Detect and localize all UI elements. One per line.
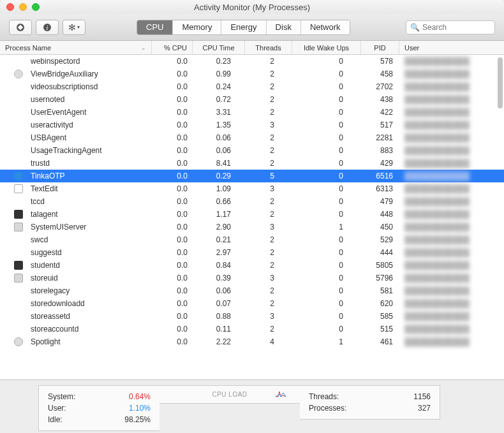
- cpu-time: 0.11: [193, 325, 245, 334]
- search-icon: 🔍: [410, 23, 420, 32]
- pid: 458: [361, 70, 399, 78]
- cpu-pct: 0.0: [152, 261, 193, 270]
- user: ████████████: [399, 133, 504, 142]
- cpu-time: 0.66: [193, 197, 245, 206]
- user: ████████████: [399, 159, 504, 168]
- tab-energy[interactable]: Energy: [221, 20, 265, 34]
- table-row[interactable]: ViewBridgeAuxiliary0.00.9920458█████████…: [0, 68, 504, 80]
- threads: 3: [245, 121, 292, 129]
- tab-memory[interactable]: Memory: [172, 20, 221, 34]
- process-name: SystemUIServer: [26, 223, 152, 231]
- idle-wakeups: 0: [292, 172, 361, 180]
- pid: 620: [361, 299, 399, 308]
- user: ████████████: [399, 261, 504, 270]
- table-row[interactable]: tccd0.00.6620479████████████: [0, 195, 504, 208]
- threads: 2: [245, 299, 292, 308]
- search-field[interactable]: 🔍: [406, 20, 495, 34]
- pid: 2702: [361, 82, 399, 91]
- table-row[interactable]: storelegacy0.00.0620581████████████: [0, 284, 504, 297]
- tab-network[interactable]: Network: [300, 20, 350, 34]
- idle-wakeups: 0: [292, 108, 361, 117]
- chevron-down-icon: ⌄: [141, 45, 146, 51]
- process-name: tccd: [26, 197, 152, 206]
- table-row[interactable]: talagent0.01.1720448████████████: [0, 208, 504, 221]
- table-row[interactable]: usernoted0.00.7220438████████████: [0, 93, 504, 106]
- user: ████████████: [399, 57, 504, 66]
- cpu-time: 2.22: [193, 337, 245, 346]
- table-row[interactable]: Spotlight0.02.2241461████████████: [0, 335, 504, 348]
- table-row[interactable]: swcd0.00.2120529████████████: [0, 233, 504, 246]
- process-icon: [0, 337, 26, 346]
- scroll-thumb[interactable]: [498, 57, 503, 108]
- col-pid[interactable]: PID: [361, 41, 399, 54]
- table-row[interactable]: storeaccountd0.00.1120515████████████: [0, 323, 504, 335]
- table-row[interactable]: TextEdit0.01.09306313████████████: [0, 182, 504, 195]
- process-icon: [0, 172, 26, 180]
- table-row[interactable]: trustd0.08.4120429████████████: [0, 157, 504, 170]
- idle-wakeups: 0: [292, 312, 361, 321]
- cpu-time: 0.39: [193, 274, 245, 283]
- cpu-pct: 0.0: [152, 248, 193, 257]
- threads: 2: [245, 159, 292, 168]
- cpu-time: 2.97: [193, 248, 245, 257]
- process-table: webinspectord0.00.2320578████████████Vie…: [0, 55, 504, 379]
- settings-button[interactable]: ✻▾: [63, 20, 85, 35]
- table-row[interactable]: useractivityd0.01.3530517████████████: [0, 119, 504, 131]
- user: ████████████: [399, 248, 504, 257]
- table-row[interactable]: UserEventAgent0.03.3120422████████████: [0, 106, 504, 119]
- process-icon: [0, 223, 26, 231]
- graph-spike-icon: [276, 389, 288, 398]
- user: ████████████: [399, 121, 504, 129]
- pid: 448: [361, 210, 399, 219]
- stop-process-button[interactable]: [9, 20, 32, 35]
- search-input[interactable]: [422, 23, 491, 32]
- table-row[interactable]: SystemUIServer0.02.9031450████████████: [0, 221, 504, 233]
- table-row[interactable]: storedownloadd0.00.0720620████████████: [0, 297, 504, 310]
- threads: 2: [245, 248, 292, 257]
- col-process-name[interactable]: Process Name⌄: [0, 41, 152, 54]
- tab-disk[interactable]: Disk: [266, 20, 300, 34]
- process-name: USBAgent: [26, 133, 152, 142]
- process-name: ViewBridgeAuxiliary: [26, 70, 152, 78]
- pid: 585: [361, 312, 399, 321]
- process-name: usernoted: [26, 95, 152, 104]
- col-threads[interactable]: Threads: [245, 41, 292, 54]
- threads: 2: [245, 57, 292, 66]
- table-row[interactable]: TinkaOTP0.00.29506516████████████: [0, 170, 504, 182]
- process-name: webinspectord: [26, 57, 152, 66]
- activity-monitor-window: Activity Monitor (My Processes) i ✻▾ CPU…: [0, 0, 504, 433]
- col-user[interactable]: User: [399, 41, 504, 54]
- table-row[interactable]: USBAgent0.00.06202281████████████: [0, 131, 504, 144]
- idle-wakeups: 0: [292, 248, 361, 257]
- table-row[interactable]: UsageTrackingAgent0.00.0620883██████████…: [0, 144, 504, 157]
- table-row[interactable]: videosubscriptionsd0.00.24202702████████…: [0, 80, 504, 93]
- table-row[interactable]: webinspectord0.00.2320578████████████: [0, 55, 504, 68]
- threads: 3: [245, 184, 292, 193]
- cpu-time: 0.29: [193, 172, 245, 180]
- table-header: Process Name⌄ % CPU CPU Time Threads Idl…: [0, 41, 504, 55]
- user: ████████████: [399, 325, 504, 334]
- threads: 2: [245, 325, 292, 334]
- table-row[interactable]: storeuid0.00.39305796████████████: [0, 272, 504, 284]
- user: ████████████: [399, 274, 504, 283]
- threads: 2: [245, 261, 292, 270]
- table-row[interactable]: suggestd0.02.9720444████████████: [0, 246, 504, 259]
- idle-wakeups: 0: [292, 133, 361, 142]
- scrollbar[interactable]: [495, 56, 503, 379]
- tab-cpu[interactable]: CPU: [137, 20, 172, 34]
- col-idle-wakeups[interactable]: Idle Wake Ups: [292, 41, 361, 54]
- col-cputime[interactable]: CPU Time: [193, 41, 245, 54]
- info-button[interactable]: i: [36, 20, 59, 35]
- pid: 578: [361, 57, 399, 66]
- col-cpu[interactable]: % CPU: [152, 41, 193, 54]
- threads: 2: [245, 133, 292, 142]
- tabs-segmented-control: CPU Memory Energy Disk Network: [137, 20, 350, 35]
- table-row[interactable]: storeassetd0.00.8830585████████████: [0, 310, 504, 323]
- titlebar: Activity Monitor (My Processes): [0, 0, 504, 14]
- cpu-time: 0.06: [193, 133, 245, 142]
- table-row[interactable]: studentd0.00.84205805████████████: [0, 259, 504, 272]
- footer-stats: System:0.64% User:1.10% Idle:98.25% CPU …: [0, 379, 504, 433]
- process-name: TextEdit: [26, 184, 152, 193]
- pid: 429: [361, 159, 399, 168]
- cpu-pct: 0.0: [152, 70, 193, 78]
